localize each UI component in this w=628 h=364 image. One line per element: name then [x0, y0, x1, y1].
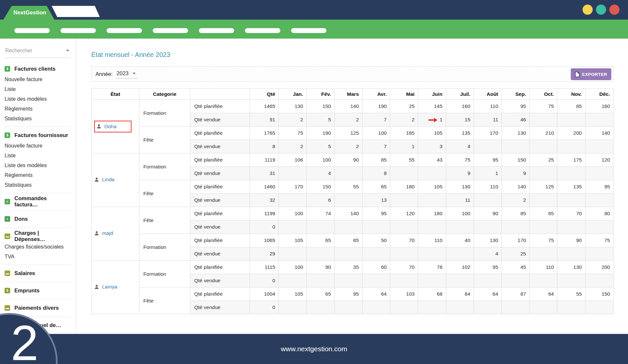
month-value-cell: 90 [474, 207, 501, 220]
sidebar-group-4[interactable]: ▬Charges | Dépenses… [5, 230, 71, 242]
sidebar-item[interactable]: Liste des modèles [5, 94, 71, 104]
month-value-cell: 9 [446, 167, 474, 180]
search-select[interactable]: Rechercher [5, 46, 71, 58]
month-value-cell: 90 [306, 261, 334, 274]
sidebar-item[interactable]: Règlements [5, 104, 71, 114]
sidebar-item[interactable]: Nouvelle facture [5, 75, 71, 84]
month-value-cell: 95 [362, 207, 390, 220]
footer: www.nextgestion.com [0, 334, 628, 364]
nav-pill[interactable] [153, 28, 188, 33]
person-name-link[interactable]: Doha [104, 124, 116, 130]
sidebar-item[interactable]: Liste [5, 151, 71, 161]
row-label-cell: Qté vendue [190, 113, 250, 127]
nav-pill[interactable] [245, 28, 280, 33]
column-header: Juil. [446, 89, 474, 100]
month-value-cell: 106 [279, 153, 306, 167]
sidebar-item[interactable]: Liste [5, 84, 71, 94]
month-value-cell: 140 [334, 207, 362, 220]
step-number: 2 [11, 318, 39, 364]
month-value-cell: 15 [446, 113, 474, 127]
sidebar-group-5[interactable]: ▬Salaires [5, 267, 71, 279]
month-value-cell [390, 301, 418, 314]
column-header: Fév. [306, 89, 334, 100]
column-header: Déc. [585, 89, 613, 100]
invoice-icon: $ [5, 132, 10, 138]
row-label-cell: Qté vendue [190, 301, 250, 314]
column-header: Mars [334, 89, 362, 100]
month-value-cell [418, 220, 446, 234]
sidebar-group-label: Commandes factura… [14, 195, 71, 208]
sidebar-group-3[interactable]: ≡Dons [5, 213, 71, 225]
qty-cell: 1765 [250, 127, 279, 140]
sidebar-group-6[interactable]: $Emprunts [5, 285, 71, 296]
month-value-cell: 75 [530, 100, 557, 113]
row-label-cell: Qté vendue [190, 247, 250, 261]
month-value-cell: 90 [557, 234, 585, 247]
month-value-cell: 180 [418, 207, 446, 220]
sidebar-group-2[interactable]: ≡Commandes factura… [5, 196, 71, 207]
table-row: LamyaFormationQté planifiée1115100903560… [92, 261, 614, 274]
sidebar-group-7[interactable]: ▬Paiements divers [5, 302, 71, 314]
nav-pill[interactable] [14, 28, 50, 33]
row-label-cell: Qté vendue [190, 140, 250, 153]
footer-url[interactable]: www.nextgestion.com [281, 345, 347, 353]
month-value-cell: 35 [334, 261, 362, 274]
month-value-cell: 78 [418, 261, 446, 274]
month-value-cell: 65 [362, 180, 390, 194]
month-value-cell: 130 [279, 100, 306, 113]
month-value-cell: 110 [418, 234, 446, 247]
person-name-link[interactable]: Lamya [102, 284, 117, 290]
month-value-cell [446, 274, 474, 287]
brand-logo-shape: NextGestion [3, 6, 55, 20]
sidebar-item[interactable]: Règlements [5, 170, 71, 180]
month-value-cell: 190 [306, 127, 334, 140]
sidebar-item[interactable]: Statistiques [5, 180, 71, 190]
month-value-cell: 25 [530, 153, 557, 167]
column-header: Nov. [557, 89, 585, 100]
month-value-cell: 45 [502, 261, 530, 274]
column-header: Categorie [139, 89, 190, 100]
month-value-cell: 84 [446, 287, 474, 301]
year-select[interactable]: 2023 [116, 70, 138, 78]
sidebar-item[interactable]: Liste des modèles [5, 161, 71, 170]
nav-pill[interactable] [61, 28, 96, 33]
month-value-cell [418, 274, 446, 287]
month-value-cell [585, 247, 613, 261]
month-value-cell: 95 [502, 100, 530, 113]
sidebar-item[interactable]: Charges fiscales/sociales [5, 242, 71, 252]
month-value-cell: 55 [334, 180, 362, 194]
nav-pill[interactable] [291, 28, 326, 33]
sidebar-group-0[interactable]: $Factures clients [5, 63, 71, 75]
sidebar-group-1[interactable]: $Factures fournisseur [5, 129, 71, 141]
person-name-link[interactable]: majd [102, 230, 113, 236]
person-icon [96, 124, 101, 129]
month-value-cell: 4 [306, 167, 334, 180]
export-button[interactable]: EXPORTER [571, 68, 611, 80]
month-value-cell: 210 [530, 127, 557, 140]
payments-card-icon: ▬ [5, 305, 10, 311]
window-button-teal[interactable] [596, 5, 606, 15]
sidebar-item[interactable]: TVA [5, 252, 71, 262]
month-value-cell: 120 [585, 153, 613, 167]
month-value-cell: 5 [306, 113, 334, 127]
category-cell: Formation [139, 100, 190, 127]
month-value-cell [530, 194, 557, 207]
person-name-link[interactable]: Linda [102, 177, 114, 182]
month-value-cell [557, 247, 585, 261]
sidebar-item[interactable]: Nouvelle facture [5, 141, 71, 151]
column-header: Qté [250, 89, 279, 100]
nav-pill[interactable] [107, 28, 142, 33]
column-header: État [92, 89, 139, 100]
month-value-cell: 70 [557, 207, 585, 220]
nav-pill[interactable] [199, 28, 234, 33]
month-value-cell [334, 220, 362, 234]
chevron-down-icon [66, 50, 69, 52]
month-value-cell [530, 301, 557, 314]
month-value-cell: 7 [362, 140, 390, 153]
month-value-cell: 200 [585, 261, 613, 274]
month-value-cell: 130 [446, 180, 474, 194]
window-button-red[interactable] [609, 5, 619, 15]
month-value-cell: 6 [306, 194, 334, 207]
window-button-yellow[interactable] [583, 5, 593, 15]
sidebar-item[interactable]: Statistiques [5, 114, 71, 124]
